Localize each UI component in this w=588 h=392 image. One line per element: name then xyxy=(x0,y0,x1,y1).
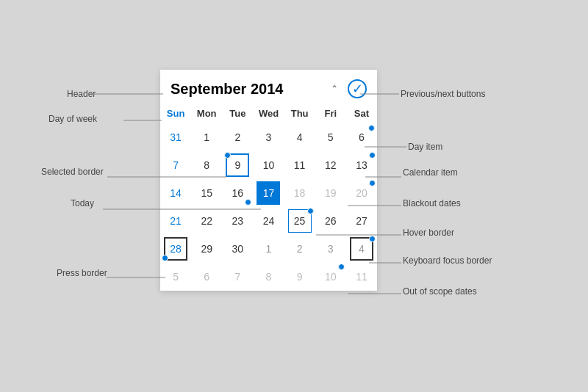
table-row: 14 15 16 17 18 19 20 xyxy=(160,179,377,207)
label-blackout: Blackout dates xyxy=(403,198,461,208)
day-21[interactable]: 21 xyxy=(160,207,191,235)
day-15[interactable]: 15 xyxy=(191,179,222,207)
day-header-mon: Mon xyxy=(191,105,222,123)
label-keyboard-focus: Keyboard focus border xyxy=(403,255,492,266)
day-6[interactable]: 6 xyxy=(346,123,377,151)
day-20-blackout[interactable]: 20 xyxy=(346,179,377,207)
label-today: Today xyxy=(71,198,94,208)
day-header-wed: Wed xyxy=(253,105,284,123)
day-2[interactable]: 2 xyxy=(222,123,253,151)
day-24[interactable]: 24 xyxy=(253,207,284,235)
day-header-thu: Thu xyxy=(284,105,315,123)
day-14[interactable]: 14 xyxy=(160,179,191,207)
day-header-fri: Fri xyxy=(315,105,346,123)
day-8-next[interactable]: 8 xyxy=(253,263,284,291)
check-button[interactable]: ✓ xyxy=(348,79,367,98)
day-7-next[interactable]: 7 xyxy=(222,263,253,291)
day-17-today[interactable]: 17 xyxy=(253,179,284,207)
label-day-item: Day item xyxy=(408,142,442,152)
table-row: 31 1 2 3 4 5 6 xyxy=(160,123,377,151)
calendar-header: September 2014 ⌃ ✓ xyxy=(160,70,377,105)
table-row: 21 22 23 24 25 26 27 xyxy=(160,207,377,235)
day-4-focus[interactable]: 4 xyxy=(346,235,377,263)
table-row: 5 6 7 8 9 10 11 xyxy=(160,263,377,291)
label-prev-next: Previous/next buttons xyxy=(401,89,485,99)
day-header-sun: Sun xyxy=(160,105,191,123)
prev-next-up-button[interactable]: ⌃ xyxy=(324,79,345,99)
table-row: 28 29 30 1 2 3 4 xyxy=(160,235,377,263)
day-23[interactable]: 23 xyxy=(222,207,253,235)
day-29[interactable]: 29 xyxy=(191,235,222,263)
label-day-of-week: Day of week xyxy=(49,114,97,124)
label-header: Header xyxy=(67,89,96,99)
day-3-next[interactable]: 3 xyxy=(315,235,346,263)
calendar-grid: Sun Mon Tue Wed Thu Fri Sat 31 1 2 3 4 5… xyxy=(160,105,377,291)
day-1-next[interactable]: 1 xyxy=(253,235,284,263)
day-16[interactable]: 16 xyxy=(222,179,253,207)
day-9-next[interactable]: 9 xyxy=(284,263,315,291)
day-28-press[interactable]: 28 xyxy=(160,235,191,263)
day-6-next[interactable]: 6 xyxy=(191,263,222,291)
day-26[interactable]: 26 xyxy=(315,207,346,235)
day-13[interactable]: 13 xyxy=(346,151,377,179)
day-4[interactable]: 4 xyxy=(284,123,315,151)
day-12[interactable]: 12 xyxy=(315,151,346,179)
day-8[interactable]: 8 xyxy=(191,151,222,179)
day-header-row: Sun Mon Tue Wed Thu Fri Sat xyxy=(160,105,377,123)
day-1-oct[interactable]: 1 xyxy=(191,123,222,151)
day-5-next[interactable]: 5 xyxy=(160,263,191,291)
day-18-blackout[interactable]: 18 xyxy=(284,179,315,207)
day-11[interactable]: 11 xyxy=(284,151,315,179)
day-3[interactable]: 3 xyxy=(253,123,284,151)
day-25-hover[interactable]: 25 xyxy=(284,207,315,235)
day-header-tue: Tue xyxy=(222,105,253,123)
day-11-next[interactable]: 11 xyxy=(346,263,377,291)
header-buttons: ⌃ ✓ xyxy=(324,79,367,99)
calendar-title: September 2014 xyxy=(171,81,283,98)
label-calendar-item: Calendar item xyxy=(403,167,458,178)
day-31[interactable]: 31 xyxy=(160,123,191,151)
calendar-widget: September 2014 ⌃ ✓ Sun Mon Tue Wed Thu F… xyxy=(160,70,377,291)
day-19-blackout[interactable]: 19 xyxy=(315,179,346,207)
day-5[interactable]: 5 xyxy=(315,123,346,151)
day-7[interactable]: 7 xyxy=(160,151,191,179)
day-27[interactable]: 27 xyxy=(346,207,377,235)
day-10[interactable]: 10 xyxy=(253,151,284,179)
table-row: 7 8 9 10 11 12 13 xyxy=(160,151,377,179)
day-30[interactable]: 30 xyxy=(222,235,253,263)
label-hover: Hover border xyxy=(403,228,454,238)
label-out-of-scope: Out of scope dates xyxy=(403,286,477,297)
label-press-border: Press border xyxy=(57,268,107,278)
day-9-selected[interactable]: 9 xyxy=(222,151,253,179)
label-selected-border: Selected border xyxy=(41,167,104,177)
day-2-next[interactable]: 2 xyxy=(284,235,315,263)
day-10-next[interactable]: 10 xyxy=(315,263,346,291)
day-header-sat: Sat xyxy=(346,105,377,123)
day-22[interactable]: 22 xyxy=(191,207,222,235)
